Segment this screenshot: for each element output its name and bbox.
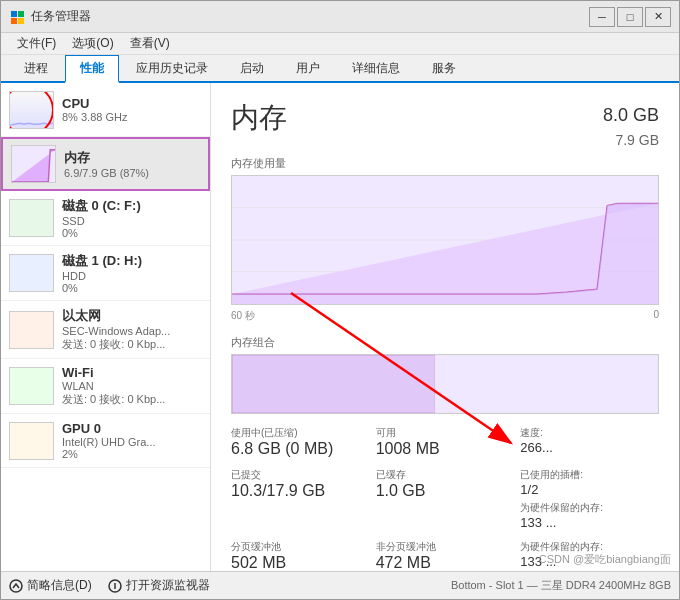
right-panel: 内存 8.0 GB 7.9 GB 内存使用量: [211, 83, 679, 571]
left-panel: CPU 8% 3.88 GHz 内存 6.9/7.9 GB (87%): [1, 83, 211, 571]
content-area: CPU 8% 3.88 GHz 内存 6.9/7.9 GB (87%): [1, 83, 679, 571]
tab-bar: 进程 性能 应用历史记录 启动 用户 详细信息 服务: [1, 55, 679, 83]
sidebar-item-memory[interactable]: 内存 6.9/7.9 GB (87%): [1, 137, 210, 191]
wifi-value: 发送: 0 接收: 0 Kbp...: [62, 392, 202, 407]
disk0-subtitle: SSD: [62, 215, 202, 227]
usage-graph-label: 内存使用量: [231, 156, 659, 171]
ethernet-info: 以太网 SEC-Windows Adap... 发送: 0 接收: 0 Kbp.…: [62, 307, 202, 352]
stat-slots: 已使用的插槽: 1/2 为硬件保留的内存: 133 ...: [520, 468, 659, 530]
disk0-value: 0%: [62, 227, 202, 239]
svg-rect-5: [10, 200, 53, 236]
title-controls: ─ □ ✕: [589, 7, 671, 27]
menu-file[interactable]: 文件(F): [9, 33, 64, 54]
menu-bar: 文件(F) 选项(O) 查看(V): [1, 33, 679, 55]
stat-cached: 已缓存 1.0 GB: [376, 468, 515, 530]
svg-rect-1: [18, 11, 24, 17]
wifi-title: Wi-Fi: [62, 365, 202, 380]
stat-speed-label: 速度:: [520, 426, 659, 440]
stat-cached-value: 1.0 GB: [376, 482, 515, 500]
bottom-bar: 简略信息(D) 打开资源监视器 Bottom - Slot 1 — 三星 DDR…: [1, 571, 679, 599]
ethernet-title: 以太网: [62, 307, 202, 325]
disk1-subtitle: HDD: [62, 270, 202, 282]
tab-services[interactable]: 服务: [417, 55, 471, 81]
open-resource-monitor-button[interactable]: 打开资源监视器: [108, 577, 210, 594]
cpu-info: CPU 8% 3.88 GHz: [62, 96, 202, 123]
disk0-info: 磁盘 0 (C: F:) SSD 0%: [62, 197, 202, 239]
slot-info: Bottom - Slot 1 — 三星 DDR4 2400MHz 8GB: [451, 578, 671, 593]
app-icon: [9, 9, 25, 25]
stats-container: 使用中(已压缩) 6.8 GB (0 MB) 可用 1008 MB 速度: 26…: [231, 426, 659, 571]
up-arrow-icon: [9, 579, 23, 593]
stat-slots-value: 1/2: [520, 482, 659, 497]
menu-view[interactable]: 查看(V): [122, 33, 178, 54]
memory-main-title: 内存: [231, 99, 287, 137]
wifi-info: Wi-Fi WLAN 发送: 0 接收: 0 Kbp...: [62, 365, 202, 407]
gpu-title: GPU 0: [62, 421, 202, 436]
stat-available-label: 可用: [376, 426, 515, 440]
disk1-info: 磁盘 1 (D: H:) HDD 0%: [62, 252, 202, 294]
combo-graph-label: 内存组合: [231, 335, 659, 350]
time-labels: 60 秒 0: [231, 309, 659, 323]
stat-available-value: 1008 MB: [376, 440, 515, 458]
cpu-title: CPU: [62, 96, 202, 111]
ethernet-subtitle: SEC-Windows Adap...: [62, 325, 202, 337]
minimize-button[interactable]: ─: [589, 7, 615, 27]
stat-paged-pool: 分页缓冲池 502 MB: [231, 540, 370, 571]
stat-in-use-value: 6.8 GB (0 MB): [231, 440, 370, 458]
tab-details[interactable]: 详细信息: [337, 55, 415, 81]
stat-available: 可用 1008 MB: [376, 426, 515, 458]
tab-app-history[interactable]: 应用历史记录: [121, 55, 223, 81]
svg-rect-8: [10, 368, 53, 404]
sidebar-item-gpu[interactable]: GPU 0 Intel(R) UHD Gra... 2%: [1, 414, 210, 468]
tab-performance[interactable]: 性能: [65, 55, 119, 83]
sidebar-item-disk1[interactable]: 磁盘 1 (D: H:) HDD 0%: [1, 246, 210, 301]
title-bar: 任务管理器 ─ □ ✕: [1, 1, 679, 33]
monitor-icon: [108, 579, 122, 593]
stat-in-use-label: 使用中(已压缩): [231, 426, 370, 440]
tab-users[interactable]: 用户: [281, 55, 335, 81]
tab-startup[interactable]: 启动: [225, 55, 279, 81]
svg-rect-17: [435, 355, 658, 413]
brief-info-button[interactable]: 简略信息(D): [9, 577, 92, 594]
stat-committed-value: 10.3/17.9 GB: [231, 482, 370, 500]
window-title: 任务管理器: [31, 8, 91, 25]
memory-combo-graph: [231, 354, 659, 414]
svg-rect-3: [18, 18, 24, 24]
stat-paged-pool-value: 502 MB: [231, 554, 370, 571]
watermark: CSDN @爱吃biangbiang面: [539, 552, 671, 567]
stat-committed-label: 已提交: [231, 468, 370, 482]
tab-processes[interactable]: 进程: [9, 55, 63, 81]
brief-info-label: 简略信息(D): [27, 577, 92, 594]
task-manager-window: 任务管理器 ─ □ ✕ 文件(F) 选项(O) 查看(V) 进程 性能 应用历史…: [0, 0, 680, 600]
memory-info: 内存 6.9/7.9 GB (87%): [64, 149, 200, 179]
disk1-title: 磁盘 1 (D: H:): [62, 252, 202, 270]
memory-title: 内存: [64, 149, 200, 167]
gpu-value: 2%: [62, 448, 202, 460]
sidebar-item-ethernet[interactable]: 以太网 SEC-Windows Adap... 发送: 0 接收: 0 Kbp.…: [1, 301, 210, 359]
close-button[interactable]: ✕: [645, 7, 671, 27]
wifi-mini-graph: [9, 367, 54, 405]
disk0-mini-graph: [9, 199, 54, 237]
memory-usage-graph: [231, 175, 659, 305]
stat-paged-pool-label: 分页缓冲池: [231, 540, 370, 554]
memory-total-sub: 7.9 GB: [603, 132, 659, 148]
wifi-subtitle: WLAN: [62, 380, 202, 392]
stat-speed-value: 266...: [520, 440, 659, 455]
ethernet-value: 发送: 0 接收: 0 Kbp...: [62, 337, 202, 352]
sidebar-item-disk0[interactable]: 磁盘 0 (C: F:) SSD 0%: [1, 191, 210, 246]
gpu-mini-graph: [9, 422, 54, 460]
disk0-title: 磁盘 0 (C: F:): [62, 197, 202, 215]
stat-cached-label: 已缓存: [376, 468, 515, 482]
stat-committed: 已提交 10.3/17.9 GB: [231, 468, 370, 530]
cpu-subtitle: 8% 3.88 GHz: [62, 111, 202, 123]
gpu-subtitle: Intel(R) UHD Gra...: [62, 436, 202, 448]
svg-rect-7: [10, 312, 53, 348]
menu-options[interactable]: 选项(O): [64, 33, 121, 54]
memory-header: 内存 8.0 GB 7.9 GB: [231, 99, 659, 148]
ethernet-mini-graph: [9, 311, 54, 349]
maximize-button[interactable]: □: [617, 7, 643, 27]
sidebar-item-cpu[interactable]: CPU 8% 3.88 GHz: [1, 83, 210, 137]
sidebar-item-wifi[interactable]: Wi-Fi WLAN 发送: 0 接收: 0 Kbp...: [1, 359, 210, 414]
stat-nonpaged-pool-value: 472 MB: [376, 554, 515, 571]
memory-mini-graph: [11, 145, 56, 183]
